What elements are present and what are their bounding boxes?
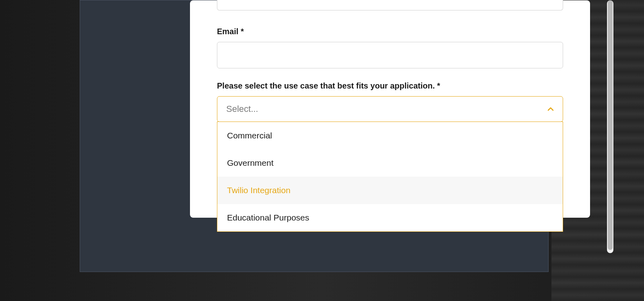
chevron-up-icon [547,106,554,112]
email-field-group: Email * [217,27,563,68]
outer-panel: Email * Please select the use case that … [80,0,549,272]
option-government[interactable]: Government [217,149,563,177]
usecase-field-group: Please select the use case that best fit… [217,81,563,122]
select-placeholder-text: Select... [226,104,258,114]
email-input[interactable] [217,42,563,68]
option-twilio-integration[interactable]: Twilio Integration [217,177,563,204]
scrollbar-thumb[interactable] [608,0,613,250]
email-label: Email * [217,27,563,36]
form-modal: Email * Please select the use case that … [190,0,590,218]
previous-input-partial[interactable] [217,0,563,10]
form-body: Email * Please select the use case that … [190,27,590,122]
usecase-select: Select... Commercial Government Twilio I… [217,96,563,122]
option-educational-purposes[interactable]: Educational Purposes [217,204,563,231]
usecase-select-trigger[interactable]: Select... [217,96,563,122]
option-commercial[interactable]: Commercial [217,122,563,149]
usecase-label: Please select the use case that best fit… [217,81,563,91]
usecase-dropdown: Commercial Government Twilio Integration… [217,122,563,232]
scrollbar-track[interactable] [607,0,613,253]
